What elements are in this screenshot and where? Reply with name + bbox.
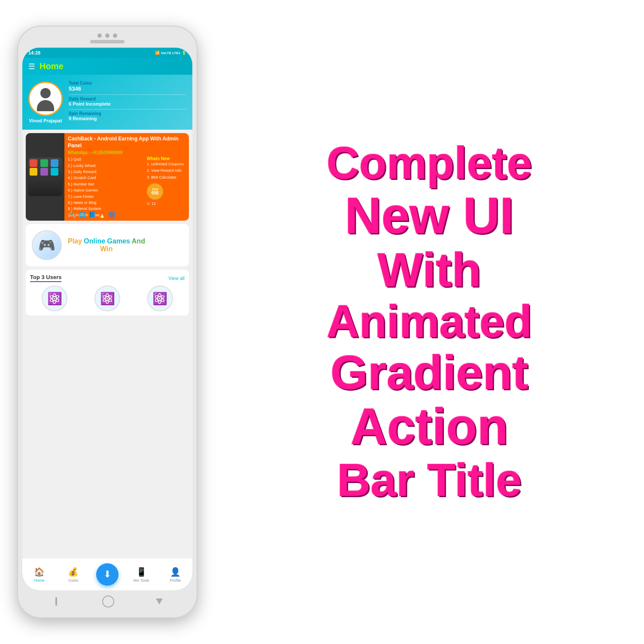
coins-icon: 💰 — [68, 567, 79, 577]
avatar-body — [37, 100, 54, 111]
hero-line-new-ui: New UI — [327, 188, 532, 244]
just-price: 69$ — [152, 191, 159, 195]
avatar — [28, 82, 63, 116]
social-icon-1: 🔧 — [69, 211, 76, 218]
nav-center-button[interactable]: ⬇ — [90, 563, 124, 586]
hero-line-complete: Complete — [327, 138, 532, 188]
social-icon-3: 🌀 — [108, 211, 115, 218]
app-grid — [30, 159, 61, 176]
daily-reward-label: Daily Reward — [69, 97, 186, 101]
hero-line-with: With — [327, 243, 532, 296]
user-avatar-2: ⚛️ — [83, 286, 132, 311]
banner-title: CashBack - Android Earning App With Admi… — [68, 136, 185, 149]
top-users-header: Top 3 Users View all — [30, 274, 185, 282]
avatar-container: Vinod Prajapat — [28, 82, 63, 123]
banner-list-left: 1.) Quiz 2.) Lucky Wheel 3.) Daily Rewar… — [68, 156, 144, 218]
nav-coins[interactable]: 💰 Coins — [56, 567, 90, 583]
camera-dot — [97, 33, 102, 38]
games-line1: Play Online Games And — [68, 237, 145, 245]
social-icons: 🔧 🌐 📘 🔥 🌀 — [69, 211, 115, 218]
banner-whatsapp: WhatsApp:- +918569968848 — [68, 150, 185, 155]
spin-value: 9 Remaining — [69, 116, 186, 121]
stat-divider — [69, 94, 186, 95]
app-icon-4 — [30, 168, 37, 176]
profile-icon: 👤 — [170, 567, 181, 577]
user-avatars-row: ⚛️ ⚛️ ⚛️ — [30, 286, 185, 311]
top-users-title: Top 3 Users — [30, 274, 61, 282]
app-icon-3 — [51, 159, 58, 167]
fire-icon: 🔥 — [98, 211, 106, 218]
camera-dot — [113, 33, 117, 38]
wifi-icon: 📶 — [155, 51, 160, 55]
total-coins-stat: Total Coins 5346 — [69, 81, 186, 92]
price-badge: Just 69$ — [147, 183, 163, 200]
hero-section: Complete New UI With Animated Gradient A… — [215, 0, 644, 644]
view-all-link[interactable]: View all — [168, 276, 185, 281]
banner-card[interactable]: CashBack - Android Earning App With Admi… — [26, 133, 189, 221]
phone-frame: 14:28 📶 VoLTE LTE1 🔋 ☰ Home — [17, 26, 197, 618]
hero-text-block: Complete New UI With Animated Gradient A… — [327, 138, 532, 506]
banner-features-left: 1.) Quiz 2.) Lucky Wheel 3.) Daily Rewar… — [68, 156, 144, 218]
home-icon: 🏠 — [34, 567, 45, 577]
nav-wa-label: WA Tools — [134, 578, 149, 583]
facebook-icon: 📘 — [88, 211, 96, 218]
user-avatar-3: ⚛️ — [135, 286, 185, 311]
header-title: Home — [39, 61, 64, 71]
status-time: 14:28 — [28, 50, 40, 55]
download-button[interactable]: ⬇ — [96, 563, 118, 586]
banner-right-list: 1. Unlimited Coupons 2. View Reward Ads … — [147, 161, 185, 181]
games-and: And — [132, 237, 145, 245]
camera-dot — [105, 33, 109, 38]
atom-icon-1: ⚛️ — [47, 292, 62, 306]
phone-mockup: 14:28 📶 VoLTE LTE1 🔋 ☰ Home — [0, 0, 215, 644]
nav-home[interactable]: 🏠 Home — [22, 567, 56, 583]
recents-indicator — [156, 598, 163, 605]
battery-icon: 🔋 — [182, 51, 186, 55]
profile-section: Vinod Prajapat Total Coins 5346 Daily Re… — [22, 75, 192, 130]
menu-icon[interactable]: ☰ — [28, 62, 35, 71]
game-icon: 🎮 — [32, 230, 62, 260]
atom-icon-2: ⚛️ — [100, 292, 115, 306]
nav-home-label: Home — [34, 578, 45, 583]
just-text: Just — [152, 188, 158, 191]
user-avatar-1: ⚛️ — [30, 286, 79, 311]
spin-stat: Spin Remaining 9 Remaining — [69, 111, 186, 121]
nav-coins-label: Coins — [68, 578, 78, 583]
controller-icon: 🎮 — [38, 237, 55, 253]
signal-text: VoLTE LTE1 — [161, 51, 180, 55]
home-indicator — [102, 595, 114, 608]
bottom-nav: 🏠 Home 💰 Coins ⬇ 📱 WA Tools 👤 — [22, 558, 192, 590]
user-img-1: ⚛️ — [42, 286, 67, 311]
nav-wa-tools[interactable]: 📱 WA Tools — [125, 567, 158, 583]
phone-bottom-bar — [22, 590, 192, 608]
whats-new-label: Whats New — [147, 156, 185, 161]
app-icon-1 — [30, 159, 37, 167]
app-icon-2 — [40, 159, 48, 167]
phone-speaker — [90, 40, 125, 43]
download-icon: ⬇ — [103, 569, 111, 580]
games-online: Online Games — [84, 237, 131, 245]
wa-tools-icon: 📱 — [136, 567, 147, 577]
hero-line-animated: Animated — [327, 297, 532, 346]
total-coins-value: 5346 — [69, 85, 186, 92]
version-text: V: 12 — [147, 201, 185, 206]
games-card[interactable]: 🎮 Play Online Games And Win — [26, 224, 189, 266]
total-coins-label: Total Coins — [69, 81, 186, 85]
nav-profile[interactable]: 👤 Profile — [158, 567, 192, 583]
banner-phone — [28, 158, 62, 196]
games-win: Win — [68, 245, 145, 253]
social-icon-2: 🌐 — [79, 211, 86, 218]
app-icon-6 — [51, 168, 58, 176]
hero-line-action: Action — [327, 399, 532, 455]
banner-image — [26, 133, 64, 221]
daily-reward-value: 6 Point Incomplete — [69, 101, 186, 106]
back-indicator — [55, 597, 57, 606]
banner-features-right: Whats New 1. Unlimited Coupons 2. View R… — [147, 156, 185, 218]
user-img-3: ⚛️ — [147, 286, 173, 311]
phone-screen: 14:28 📶 VoLTE LTE1 🔋 ☰ Home — [22, 48, 192, 590]
avatar-head — [40, 88, 51, 98]
banner-content: CashBack - Android Earning App With Admi… — [64, 133, 189, 221]
nav-profile-label: Profile — [170, 578, 181, 583]
user-name: Vinod Prajapat — [29, 118, 62, 123]
hero-line-gradient: Gradient — [327, 346, 532, 399]
